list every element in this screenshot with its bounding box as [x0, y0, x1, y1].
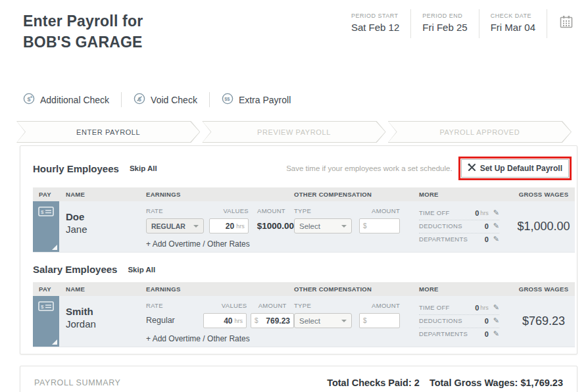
col-header-name: NAME: [59, 191, 146, 198]
total-gross-wages: Total Gross Wages: $1,769.23: [429, 378, 563, 388]
hours-input[interactable]: 20 hrs: [209, 218, 249, 233]
other-compensation-cell: TYPE AMOUNT Select $: [294, 296, 419, 347]
col-header-gross-wages: GROSS WAGES: [512, 285, 575, 293]
tools-icon: [468, 163, 476, 174]
chevron-down-icon: [193, 225, 199, 228]
col-header-more: MORE: [419, 285, 512, 293]
type-label: TYPE: [294, 302, 352, 309]
payroll-progress-steps: ENTER PAYROLL PREVIEW PAYROLL PAYROLL AP…: [16, 121, 572, 143]
rate-label: RATE: [146, 302, 200, 309]
salary-section-header: Salary Employees Skip All: [33, 264, 574, 275]
paycheck-icon: $: [38, 301, 54, 312]
pay-cell: $: [33, 296, 59, 347]
values-label: VALUES: [209, 207, 249, 214]
set-up-default-payroll-label: Set Up Default Payroll: [480, 164, 562, 173]
step-preview-payroll[interactable]: PREVIEW PAYROLL: [202, 121, 385, 143]
corner-fold-icon: [52, 339, 57, 345]
deductions-row: DEDUCTIONS 0 ✎: [419, 220, 499, 233]
set-up-default-payroll-button[interactable]: Set Up Default Payroll: [461, 159, 569, 178]
step-payroll-approved[interactable]: PAYROLL APPROVED: [388, 121, 572, 143]
extra-payroll-link[interactable]: $$ Extra Payroll: [209, 92, 303, 107]
compensation-type-dropdown[interactable]: Select: [294, 218, 352, 233]
departments-label: DEPARTMENTS: [419, 330, 485, 337]
time-off-label: TIME OFF: [419, 209, 475, 216]
extra-payroll-label: Extra Payroll: [239, 95, 291, 105]
earnings-cell: RATE VALUES AMOUNT REGULAR 20 hrs $1000.…: [146, 201, 294, 252]
time-off-unit: hrs: [480, 210, 489, 216]
employee-last-name: Smith: [66, 305, 146, 318]
values-label: VALUES: [204, 302, 247, 309]
void-check-circle-icon: $: [134, 93, 145, 107]
summary-totals: Total Checks Paid: 2 Total Gross Wages: …: [327, 378, 563, 388]
comp-amount-input[interactable]: $: [359, 218, 400, 233]
period-end-label: PERIOD END: [422, 12, 467, 19]
deductions-row: DEDUCTIONS 0 ✎: [419, 314, 499, 328]
edit-pencil-icon[interactable]: ✎: [493, 222, 499, 230]
departments-value: 0: [485, 330, 489, 338]
check-date-label: CHECK DATE: [491, 12, 535, 19]
comp-amount-input[interactable]: $: [359, 313, 400, 328]
annotation-highlight-box: Set Up Default Payroll: [458, 157, 572, 180]
compensation-type-value: Select: [299, 317, 320, 325]
deductions-label: DEDUCTIONS: [419, 317, 485, 324]
total-checks-label: Total Checks Paid:: [327, 378, 412, 388]
time-off-row: TIME OFF 0 hrs ✎: [419, 207, 499, 220]
departments-row: DEPARTMENTS 0 ✎: [419, 328, 499, 341]
departments-row: DEPARTMENTS 0 ✎: [419, 233, 499, 246]
edit-pencil-icon[interactable]: ✎: [493, 316, 499, 325]
step-preview-payroll-label: PREVIEW PAYROLL: [202, 121, 385, 143]
calendar-button[interactable]: [547, 9, 579, 38]
enter-payroll-card: Hourly Employees Skip All Save time if y…: [20, 145, 577, 355]
rate-dropdown-value: REGULAR: [151, 222, 185, 230]
salary-skip-all-link[interactable]: Skip All: [128, 266, 155, 274]
additional-check-link[interactable]: $ + Additional Check: [23, 92, 121, 107]
salary-amount-input[interactable]: $ 769.23: [251, 313, 294, 328]
time-off-row: TIME OFF 0 hrs ✎: [419, 302, 499, 314]
deductions-value: 0: [485, 222, 489, 230]
amount-value: 769.23: [266, 316, 290, 326]
hours-input[interactable]: 40 hrs: [203, 313, 247, 328]
compensation-type-dropdown[interactable]: Select: [294, 313, 352, 328]
hours-unit: hrs: [234, 318, 243, 324]
svg-text:+: +: [30, 95, 33, 99]
pay-toggle[interactable]: $: [33, 296, 59, 347]
compensation-type-value: Select: [299, 222, 320, 230]
hourly-employee-row: $ Doe Jane RATE VALUES AMOUNT: [33, 201, 575, 253]
time-off-value: 0: [475, 304, 479, 312]
time-off-value: 0: [475, 209, 479, 217]
total-checks-value: 2: [414, 378, 420, 388]
period-start-label: PERIOD START: [351, 12, 399, 19]
hourly-skip-all-link[interactable]: Skip All: [130, 164, 157, 172]
edit-pencil-icon[interactable]: ✎: [493, 208, 499, 217]
total-gross-value: $1,769.23: [520, 378, 563, 388]
rate-dropdown[interactable]: REGULAR: [146, 218, 204, 233]
amount-prefix: $: [255, 317, 258, 324]
period-start-value: Sat Feb 12: [351, 22, 399, 33]
check-date: CHECK DATE Fri Mar 04: [479, 9, 547, 38]
salary-employees-table: PAY NAME EARNINGS OTHER COMPENSATION MOR…: [33, 282, 575, 347]
period-end: PERIOD END Fri Feb 25: [410, 9, 478, 38]
default-payroll-hint: Save time if your employees work a set s…: [286, 164, 452, 172]
pay-cell: $: [33, 201, 59, 252]
dollar-plus-circle-icon: $ +: [23, 93, 35, 107]
svg-text:$: $: [41, 304, 44, 310]
employee-last-name: Doe: [66, 210, 146, 223]
col-header-gross-wages: GROSS WAGES: [512, 191, 575, 198]
edit-pencil-icon[interactable]: ✎: [493, 330, 499, 338]
employee-first-name: Jordan: [66, 318, 146, 330]
period-start: PERIOD START Sat Feb 12: [340, 9, 410, 38]
edit-pencil-icon[interactable]: ✎: [493, 235, 499, 243]
step-enter-payroll[interactable]: ENTER PAYROLL: [16, 121, 200, 143]
pay-toggle[interactable]: $: [33, 201, 59, 252]
edit-pencil-icon[interactable]: ✎: [493, 303, 499, 312]
col-header-more: MORE: [419, 191, 512, 198]
add-overtime-link[interactable]: + Add Overtime / Other Rates: [146, 334, 294, 343]
col-header-name: NAME: [59, 285, 146, 293]
payroll-summary-bar: PAYROLL SUMMARY Total Checks Paid: 2 Tot…: [20, 366, 577, 392]
add-overtime-link[interactable]: + Add Overtime / Other Rates: [146, 239, 294, 249]
void-check-link[interactable]: $ Void Check: [121, 92, 209, 107]
step-payroll-approved-label: PAYROLL APPROVED: [388, 121, 572, 143]
col-header-other-compensation: OTHER COMPENSATION: [294, 191, 419, 198]
deductions-value: 0: [485, 317, 489, 325]
other-compensation-cell: TYPE AMOUNT Select $: [294, 201, 419, 252]
